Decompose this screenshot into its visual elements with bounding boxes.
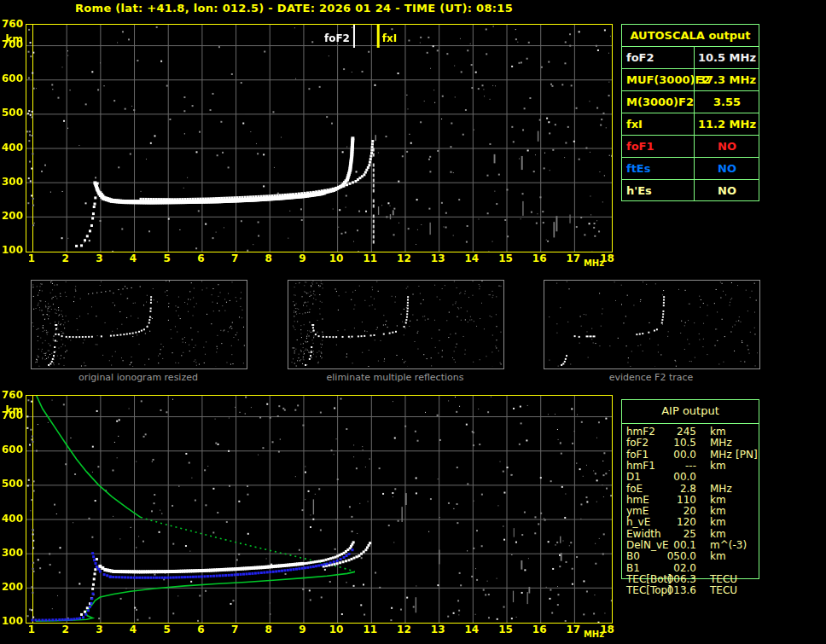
parameter-label: h'Es [626, 180, 652, 201]
thumbnail-evidence-canvas [544, 281, 758, 367]
autoscala-row-muf-3000-f2: MUF(3000)F237.3 MHz [622, 69, 759, 91]
y-axis-tick: 760 [0, 19, 23, 30]
parameter-value: 00.0 [654, 450, 696, 461]
autoscala-row-ftes: ftEsNO [622, 158, 759, 180]
x-axis-tick: 15 [497, 624, 515, 635]
parameter-value: 3.55 [694, 91, 759, 113]
y-axis-tick: 400 [0, 513, 23, 525]
y-axis-unit-label: km [0, 34, 23, 45]
x-axis-tick: 11 [361, 624, 380, 635]
x-axis-tick: 16 [530, 253, 549, 264]
parameter-unit: km [710, 426, 726, 438]
autoscala-row-fof2: foF210.5 MHz [622, 47, 759, 69]
x-axis-tick: 9 [293, 624, 311, 635]
y-axis-tick: 300 [0, 548, 23, 559]
x-axis-tick: 12 [394, 624, 413, 635]
thumbnail-caption-original: original ionogram resized [30, 372, 247, 383]
aip-output-title: AIP output [621, 404, 759, 417]
parameter-label: hmF1 [626, 461, 655, 472]
x-axis-tick: 9 [293, 253, 311, 264]
y-axis-tick: 500 [0, 479, 23, 490]
parameter-value: NO [694, 180, 759, 201]
parameter-value: 10.5 MHz [694, 47, 759, 68]
autoscala-row-fof1: foF1NO [622, 136, 759, 158]
x-axis-tick: 10 [327, 624, 346, 635]
aip-row-tec-bot-: TEC[Bot]006.3TECU [621, 574, 775, 585]
x-axis-tick: 17 [564, 624, 583, 635]
thumbnail-caption-evidence: evidence F2 trace [543, 372, 759, 383]
autoscala-row-m-3000-f2: M(3000)F23.55 [622, 91, 759, 113]
parameter-unit: km [710, 551, 726, 562]
autoscala-app-window: Rome (lat: +41.8, lon: 012.5) - DATE: 20… [0, 0, 826, 644]
y-axis-tick: 600 [0, 73, 23, 84]
autoscala-table-title: AUTOSCALA output [622, 25, 759, 47]
x-axis-unit-label: MHz [584, 258, 604, 268]
x-axis-tick: 17 [564, 253, 583, 264]
aip-row-ewidth: Ewidth25km [621, 529, 775, 540]
y-axis-tick: 500 [0, 107, 23, 119]
aip-row-fof2: foF210.5MHz [621, 438, 775, 449]
parameter-value: NO [694, 136, 759, 157]
parameter-unit: TECU [710, 574, 737, 585]
aip-row-hme: hmE110km [621, 495, 775, 506]
thumbnail-eliminate-reflections [288, 280, 504, 369]
parameter-value: 013.6 [654, 585, 696, 596]
y-axis-tick: 200 [0, 211, 23, 222]
x-axis-tick: 7 [225, 624, 244, 635]
parameter-value: --- [654, 461, 696, 472]
x-axis-tick: 10 [327, 253, 346, 264]
aip-row-b0: B0050.0km [621, 551, 775, 562]
x-axis-tick: 5 [158, 253, 177, 264]
aip-row-deln-ve: DelN_vE00.1m^(-3) [621, 540, 775, 551]
autoscala-row-fxi: fxI11.2 MHz [622, 113, 759, 136]
parameter-value: 120 [654, 517, 696, 528]
y-axis-unit-label: km [0, 405, 23, 416]
parameter-value: 006.3 [654, 574, 696, 585]
aip-row-d1: D100.0 [621, 472, 775, 483]
parameter-value: 02.0 [654, 563, 696, 574]
parameter-unit: km [710, 461, 726, 472]
x-axis-tick: 6 [191, 624, 210, 635]
parameter-label: B1 [626, 563, 640, 574]
x-axis-tick: 4 [124, 253, 143, 264]
parameter-label: hmF2 [626, 426, 655, 438]
y-axis-tick: 400 [0, 142, 23, 154]
parameter-label: M(3000)F2 [626, 91, 694, 113]
top-ionogram-plot [26, 24, 613, 252]
thumbnail-eliminate-canvas [288, 281, 502, 367]
parameter-value: 20 [654, 506, 696, 517]
parameter-unit: km [710, 517, 726, 528]
parameter-unit: m^(-3) [710, 540, 747, 551]
profile-ionogram-plot [26, 395, 613, 624]
thumbnail-caption-eliminate: eliminate multiple reflections [287, 372, 503, 383]
x-axis-tick: 3 [90, 253, 108, 264]
aip-row-b1: B102.0 [621, 563, 775, 574]
page-title: Rome (lat: +41.8, lon: 012.5) - DATE: 20… [75, 2, 513, 15]
parameter-value: 2.8 [654, 484, 696, 495]
x-axis-tick: 3 [90, 624, 108, 635]
y-axis-tick: 100 [0, 616, 23, 627]
x-axis-tick: 16 [530, 624, 549, 635]
top-ionogram-canvas [26, 25, 612, 252]
parameter-label: fxI [626, 113, 643, 135]
parameter-unit: km [710, 529, 726, 540]
parameter-value: 00.1 [654, 540, 696, 551]
thumbnail-original-canvas [32, 281, 245, 367]
parameter-value: 37.3 MHz [694, 69, 759, 90]
autoscala-row-h-es: h'EsNO [622, 180, 759, 201]
parameter-label: foE [626, 484, 643, 495]
y-axis-tick: 600 [0, 444, 23, 455]
parameter-unit: MHz [710, 484, 732, 495]
thumbnail-original-ionogram [31, 280, 247, 369]
parameter-value: 00.0 [654, 472, 696, 483]
x-axis-tick: 14 [462, 253, 481, 264]
aip-row-hmf2: hmF2245km [621, 426, 775, 438]
aip-row-yme: ymE20km [621, 506, 775, 517]
x-axis-tick: 4 [124, 624, 143, 635]
autoscala-table-rows: foF210.5 MHzMUF(3000)F237.3 MHzM(3000)F2… [622, 47, 759, 201]
aip-row-fof1: foF100.0MHz[PN] [621, 450, 775, 461]
parameter-unit: km [710, 495, 726, 506]
autoscala-output-table: AUTOSCALA output foF210.5 MHzMUF(3000)F2… [621, 24, 759, 201]
parameter-note: [PN] [736, 450, 758, 461]
parameter-unit: MHz [710, 450, 732, 461]
